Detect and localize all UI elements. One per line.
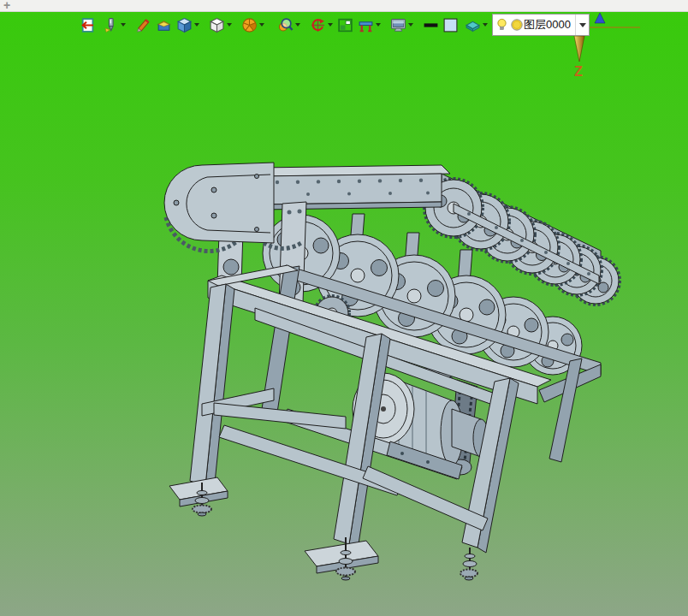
rotate-view-dropdown[interactable]	[327, 15, 334, 34]
toolbar-button-sketch-pencil[interactable]	[133, 15, 152, 34]
toolbar-button-wireframe-view[interactable]	[207, 15, 226, 34]
cad-application-window: +	[0, 0, 688, 616]
workbench-dropdown[interactable]	[375, 15, 382, 34]
leveling-feet	[169, 477, 477, 580]
wireframe-cube-icon	[209, 17, 225, 33]
section-sphere-icon	[241, 17, 258, 33]
zoom-tool-dropdown[interactable]	[294, 15, 301, 34]
layer-selector[interactable]: 图层0000	[492, 14, 590, 36]
toolbar-button-zoom-window[interactable]	[335, 15, 354, 34]
orbit-rotate-icon	[310, 17, 326, 33]
toolbar-button-section-view[interactable]	[240, 15, 258, 34]
shaded-cube-icon	[176, 17, 193, 33]
section-view-dropdown[interactable]	[258, 15, 265, 34]
toolbar-button-line-width[interactable]	[421, 15, 440, 34]
eraser-dropdown[interactable]	[482, 15, 489, 34]
toolbar-button-rotate-view[interactable]	[308, 15, 327, 34]
layer-selector-dropdown-arrow[interactable]	[575, 15, 589, 35]
workbench-icon	[358, 17, 374, 33]
material-box-icon	[156, 17, 172, 33]
line-width-icon	[423, 17, 439, 33]
zoom-window-icon	[337, 17, 353, 33]
toolbar-button-zoom-tool[interactable]	[276, 15, 294, 34]
monitor-icon	[390, 17, 406, 33]
toolbar-button-color-swatch[interactable]	[441, 15, 460, 34]
toolbar-button-exit-tool[interactable]	[77, 15, 96, 34]
shaded-view-dropdown[interactable]	[193, 15, 200, 34]
eraser-icon	[465, 17, 481, 33]
color-swatch-icon	[442, 17, 459, 33]
exit-arrow-icon	[79, 17, 95, 33]
viewport-3d[interactable]: Z	[0, 12, 688, 616]
probe-tool-icon	[103, 17, 119, 33]
toolbar-button-display-settings[interactable]	[388, 15, 407, 34]
magnifier-icon	[277, 17, 294, 33]
toolbar-button-material-box[interactable]	[154, 15, 173, 34]
model-geometry	[164, 163, 620, 580]
toolbar-button-eraser[interactable]	[463, 15, 482, 34]
view-toolbar: 图层0000	[77, 13, 590, 37]
light-bulb-icon	[495, 18, 508, 33]
pencil-icon	[135, 17, 151, 33]
toolbar-button-workbench[interactable]	[356, 15, 375, 34]
layer-color-circle-icon	[510, 18, 524, 32]
probe-tool-dropdown[interactable]	[120, 15, 127, 34]
layer-selector-value: 图层0000	[524, 17, 575, 33]
wireframe-view-dropdown[interactable]	[226, 15, 233, 34]
conveyor-model[interactable]	[0, 0, 688, 616]
toolbar-button-probe-tool[interactable]	[101, 15, 120, 34]
display-settings-dropdown[interactable]	[407, 15, 414, 34]
toolbar-button-shaded-view[interactable]	[175, 15, 193, 34]
